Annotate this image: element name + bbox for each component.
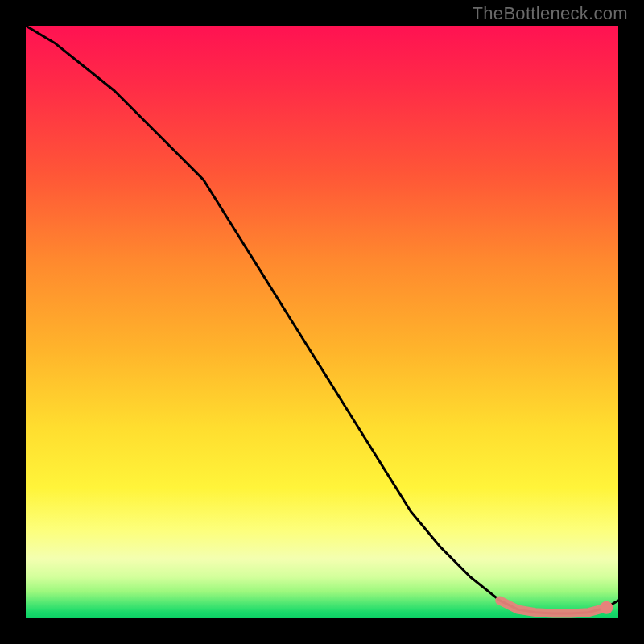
- main-curve: [26, 26, 618, 613]
- highlight-point: [600, 601, 613, 614]
- chart-frame: TheBottleneck.com: [0, 0, 644, 644]
- chart-svg: [26, 26, 618, 618]
- watermark-text: TheBottleneck.com: [473, 3, 628, 24]
- highlight-band: [500, 601, 606, 613]
- plot-area: [26, 26, 618, 618]
